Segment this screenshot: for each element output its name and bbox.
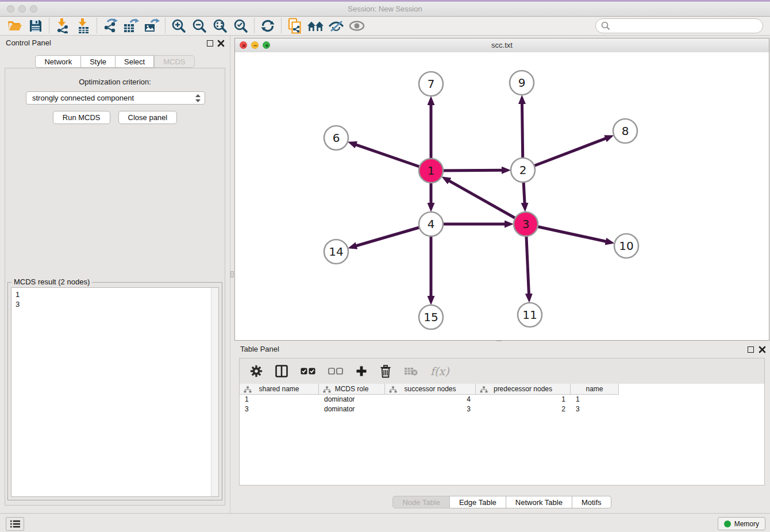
delete-table-icon: [404, 367, 418, 376]
svg-text:4: 4: [428, 217, 435, 231]
task-history-button[interactable]: [6, 517, 24, 531]
graph-node-10[interactable]: 10: [614, 234, 638, 258]
table-cell[interactable]: 3: [571, 404, 619, 414]
table-cell[interactable]: 2: [476, 404, 571, 414]
table-cell[interactable]: 4: [385, 395, 476, 404]
network-window-titlebar[interactable]: scc.txt: [235, 38, 769, 53]
control-panel-tab-style[interactable]: Style: [81, 55, 116, 68]
import-table-icon[interactable]: [73, 17, 94, 34]
search-input[interactable]: [610, 20, 763, 32]
table-body: 1dominator4113dominator323: [240, 395, 764, 414]
graph-node-1[interactable]: 1: [419, 159, 443, 183]
control-panel-tab-network[interactable]: Network: [35, 55, 81, 68]
graph-node-4[interactable]: 4: [419, 212, 443, 236]
close-table-panel-icon[interactable]: [759, 346, 766, 353]
clone-network-icon[interactable]: [284, 17, 305, 34]
hide-panels-eye-icon[interactable]: [326, 17, 346, 34]
graph-edge-3-1[interactable]: [448, 180, 526, 224]
float-panel-icon[interactable]: [207, 40, 213, 47]
control-panel: Control Panel NetworkStyleSelectMCDS Opt…: [0, 36, 230, 513]
mcds-result-title: MCDS result (2 nodes): [11, 277, 92, 286]
mcds-result-box[interactable]: 1 3: [11, 287, 219, 497]
toolbar-separator: [281, 18, 282, 33]
column-header-label: predecessor nodes: [494, 385, 552, 393]
table-tab-node-table[interactable]: Node Table: [392, 496, 450, 508]
network-canvas[interactable]: 7968124314101511: [235, 52, 769, 340]
main-toolbar: [0, 17, 770, 36]
table-tab-motifs[interactable]: Motifs: [572, 496, 611, 508]
search-box[interactable]: [595, 18, 763, 33]
svg-text:3: 3: [522, 217, 530, 231]
delete-column-trash-icon[interactable]: [380, 365, 391, 378]
graph-node-15[interactable]: 15: [419, 305, 443, 329]
table-cell[interactable]: 3: [240, 404, 319, 414]
column-header-predecessor-nodes[interactable]: predecessor nodes: [476, 384, 571, 395]
control-panel-tab-mcds[interactable]: MCDS: [154, 55, 194, 68]
column-header-name[interactable]: name: [571, 384, 619, 395]
export-table-icon[interactable]: [121, 17, 141, 34]
run-mcds-button[interactable]: Run MCDS: [53, 111, 110, 124]
svg-text:11: 11: [522, 308, 537, 322]
column-header-successor-nodes[interactable]: successor nodes: [385, 384, 476, 395]
graph-node-9[interactable]: 9: [510, 71, 534, 95]
refresh-network-icon[interactable]: [257, 17, 278, 34]
open-session-icon[interactable]: [5, 17, 25, 34]
zoom-in-icon[interactable]: [168, 17, 189, 34]
graph-node-11[interactable]: 11: [518, 303, 542, 327]
graph-node-14[interactable]: 14: [324, 240, 348, 264]
show-panels-eye-icon: [346, 17, 367, 34]
control-panel-tabs: NetworkStyleSelectMCDS: [0, 55, 230, 68]
toolbar-separator: [97, 18, 97, 33]
graph-edge-2-8[interactable]: [523, 138, 607, 170]
network-view-title: scc.txt: [235, 38, 769, 52]
memory-button[interactable]: Memory: [718, 517, 765, 530]
svg-text:1: 1: [428, 164, 435, 178]
table-cell[interactable]: 1: [476, 395, 571, 404]
optimization-criterion-select[interactable]: strongly connected component: [26, 91, 205, 105]
table-tab-edge-table[interactable]: Edge Table: [450, 496, 506, 508]
table-cell[interactable]: 3: [385, 404, 476, 414]
table-cell[interactable]: dominator: [319, 395, 385, 404]
svg-text:2: 2: [519, 163, 527, 177]
select-all-columns-icon[interactable]: [301, 368, 315, 375]
graph-node-7[interactable]: 7: [419, 72, 443, 96]
float-table-panel-icon[interactable]: [748, 346, 754, 353]
save-session-icon[interactable]: [25, 17, 46, 34]
control-panel-tab-select[interactable]: Select: [116, 55, 154, 68]
zoom-fit-icon[interactable]: [210, 17, 230, 34]
table-row-1[interactable]: 3dominator323: [240, 404, 764, 414]
close-panel-button[interactable]: Close panel: [118, 111, 178, 124]
network-graph: 7968124314101511: [235, 52, 769, 340]
splitter-handle[interactable]: [230, 271, 234, 277]
session-title: Session: New Session: [0, 2, 770, 16]
reset-views-icon[interactable]: [305, 17, 326, 34]
graph-node-8[interactable]: 8: [613, 119, 637, 143]
column-header-shared-name[interactable]: shared name: [240, 384, 319, 395]
table-cell[interactable]: 1: [571, 395, 619, 404]
table-tab-network-table[interactable]: Network Table: [506, 496, 572, 508]
table-tabs: Node TableEdge TableNetwork TableMotifs: [234, 496, 769, 508]
table-row-0[interactable]: 1dominator411: [240, 395, 764, 404]
mcds-result-scrollbar[interactable]: [211, 288, 218, 496]
close-panel-icon[interactable]: [217, 40, 225, 47]
graph-node-6[interactable]: 6: [324, 126, 348, 150]
table-settings-gear-icon[interactable]: [250, 365, 263, 377]
zoom-selected-icon[interactable]: [230, 17, 251, 34]
zoom-out-icon[interactable]: [189, 17, 210, 34]
unselect-all-columns-icon[interactable]: [328, 368, 343, 375]
search-icon: [601, 21, 610, 30]
create-column-plus-icon[interactable]: [356, 365, 367, 377]
mcds-buttons: Run MCDS Close panel: [5, 111, 225, 124]
toolbar-separator: [254, 18, 255, 33]
export-network-icon[interactable]: [100, 17, 121, 34]
graph-node-3[interactable]: 3: [514, 212, 538, 236]
column-header-MCDS-role[interactable]: MCDS role: [319, 384, 385, 395]
export-image-icon[interactable]: [141, 17, 162, 34]
table-cell[interactable]: dominator: [319, 404, 385, 414]
graph-node-2[interactable]: 2: [511, 158, 535, 182]
import-network-icon[interactable]: [52, 17, 73, 34]
table-cell[interactable]: 1: [240, 395, 319, 404]
mcds-panel: Optimization criterion: strongly connect…: [5, 68, 225, 506]
column-header-label: successor nodes: [404, 385, 456, 393]
show-column-panel-icon[interactable]: [275, 365, 288, 377]
